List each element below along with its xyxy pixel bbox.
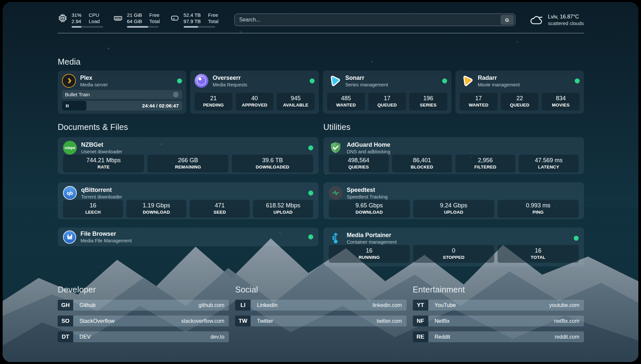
link-label: Netflix (429, 316, 450, 326)
link-abbr: DT (58, 331, 73, 342)
app-title: Plex (80, 74, 108, 81)
stat-tile: 471 SEED (190, 200, 250, 218)
link-github[interactable]: GH Github github.com (58, 300, 229, 311)
memory-total-label: Total (149, 18, 160, 24)
stat-value: 266 GB (149, 157, 227, 164)
card-sonarr[interactable]: Sonarr Series management 485 WANTED 17 Q… (323, 71, 451, 114)
search-engine-button[interactable]: G (501, 15, 514, 25)
link-linkedin[interactable]: LI LinkedIn linkedin.com (235, 300, 406, 311)
utilities-column: Utilities (323, 122, 584, 266)
card-portainer[interactable]: Media Portainer Container management 16 … (323, 228, 584, 266)
link-abbr: YT (413, 300, 428, 311)
search-bar[interactable]: G (234, 14, 515, 26)
link-stackoverflow[interactable]: SO StackOverflow stackoverflow.com (58, 316, 229, 326)
card-overseerr[interactable]: Overseerr Media Requests 21 PENDING 40 A… (190, 71, 319, 114)
card-nzbget[interactable]: nzbget NZBGet Usenet downloader 744.21 M… (58, 137, 319, 174)
stat-label: RATE (64, 164, 143, 170)
stat-value: 17 (370, 95, 405, 102)
link-url: reddit.com (555, 331, 584, 342)
stat-label: QUEUED (370, 102, 405, 108)
link-abbr: SO (58, 316, 73, 326)
disk-total-value: 97.9 TB (184, 18, 201, 24)
topbar-divider (58, 33, 584, 33)
cloud-icon (530, 14, 544, 25)
cpu-icon (58, 13, 68, 23)
stat-label: RUNNING (330, 255, 409, 260)
stat-label: DOWNLOAD (330, 209, 409, 215)
stat-label: STOPPED (414, 255, 493, 260)
card-qbittorrent[interactable]: qb qBittorrent Torrent downloader 16 (58, 182, 319, 219)
card-radarr[interactable]: Radarr Movie management 17 WANTED 22 QUE… (455, 71, 584, 114)
cpu-progress-track (72, 26, 103, 28)
status-dot (308, 234, 313, 239)
card-speedtest[interactable]: Speedtest Speedtest Tracking 9.65 Gbps D… (323, 182, 584, 219)
stat-label: UPLOAD (254, 209, 312, 215)
plex-icon (62, 74, 76, 88)
stat-value: 744.21 Mbps (64, 157, 143, 164)
stat-tile: 17 QUEUED (368, 93, 406, 110)
stat-tile: 1.19 Gbps DOWNLOAD (126, 200, 186, 218)
section-title-social: Social (235, 285, 406, 294)
link-label: LinkedIn (251, 300, 277, 311)
stat-label: PING (499, 209, 577, 215)
weather-location-temp: Lviv, 16.87°C (548, 14, 584, 20)
stat-value: 9.24 Gbps (414, 202, 493, 209)
link-abbr: TW (235, 316, 251, 326)
link-reddit[interactable]: RE Reddit reddit.com (413, 331, 584, 342)
search-input[interactable] (239, 17, 501, 23)
stat-value: 498,564 (330, 157, 387, 164)
stat-tile: 945 AVAILABLE (277, 93, 315, 110)
stat-label: TOTAL (499, 255, 577, 260)
card-filebrowser[interactable]: File Browser Media File Management (58, 228, 319, 246)
card-plex[interactable]: Plex Media server Bullet Train (58, 71, 186, 114)
playback-bar[interactable]: 24:44 / 02:06:47 (62, 101, 182, 110)
stat-tile: 744.21 Mbps RATE (63, 155, 144, 172)
link-abbr: GH (58, 300, 73, 311)
app-title: AdGuard Home (347, 141, 390, 148)
link-dev[interactable]: DT DEV dev.to (58, 331, 229, 342)
status-dot (308, 145, 313, 150)
stat-label: LATENCY (520, 164, 577, 170)
app-subtitle: Media Requests (213, 82, 247, 88)
stat-tile: 0.993 ms PING (498, 200, 579, 218)
stat-value: 196 (411, 95, 446, 102)
disk-free-value: 52.4 TB (184, 12, 201, 18)
documents-column: Documents & Files nzbget NZBGet Usenet d… (58, 122, 319, 266)
top-bar: 31% 2.94 CPU Load (58, 2, 584, 28)
app-title: Media Portainer (347, 231, 397, 239)
session-icon (172, 91, 179, 98)
app-title: Radarr (478, 74, 520, 81)
stat-value: 40 (237, 95, 272, 102)
playback-progress (62, 101, 86, 110)
stat-value: 47.569 ms (520, 157, 577, 164)
status-dot (574, 236, 579, 241)
card-adguard[interactable]: AdGuard Home DNS and adblocking 498,564 … (323, 137, 584, 174)
link-twitter[interactable]: TW Twitter twitter.com (235, 316, 406, 326)
disk-total-label: Total (208, 18, 219, 24)
app-subtitle: Media File Management (80, 238, 132, 244)
status-dot (575, 78, 580, 83)
overseerr-icon (195, 74, 208, 88)
link-abbr: NF (413, 316, 428, 326)
snow-specks (3, 2, 3, 3)
link-url: youtube.com (549, 300, 584, 311)
now-playing-row: Bullet Train (62, 90, 182, 99)
stat-label: FILTERED (457, 164, 514, 170)
stat-label: MOVIES (543, 102, 578, 108)
memory-total-value: 64 GiB (127, 18, 142, 24)
stat-value: 86,401 (393, 157, 451, 164)
stat-tile: 39.6 TB DOWNLOADED (232, 155, 313, 172)
link-label: StackOverflow (74, 316, 114, 326)
app-title: Overseerr (213, 74, 247, 81)
memory-progress-track (127, 26, 159, 28)
link-youtube[interactable]: YT YouTube youtube.com (413, 300, 584, 311)
link-url: netflix.com (554, 316, 584, 326)
portainer-icon (329, 231, 343, 245)
stat-label: APPROVED (237, 102, 272, 108)
app-title: File Browser (80, 230, 132, 237)
stat-tile: 16 RUNNING (329, 245, 410, 263)
cpu-load-value: 2.94 (72, 18, 81, 24)
link-url: dev.to (210, 331, 229, 342)
link-netflix[interactable]: NF Netflix netflix.com (413, 316, 584, 326)
developer-links-section: Developer GH Github github.com SO StackO… (58, 285, 229, 342)
